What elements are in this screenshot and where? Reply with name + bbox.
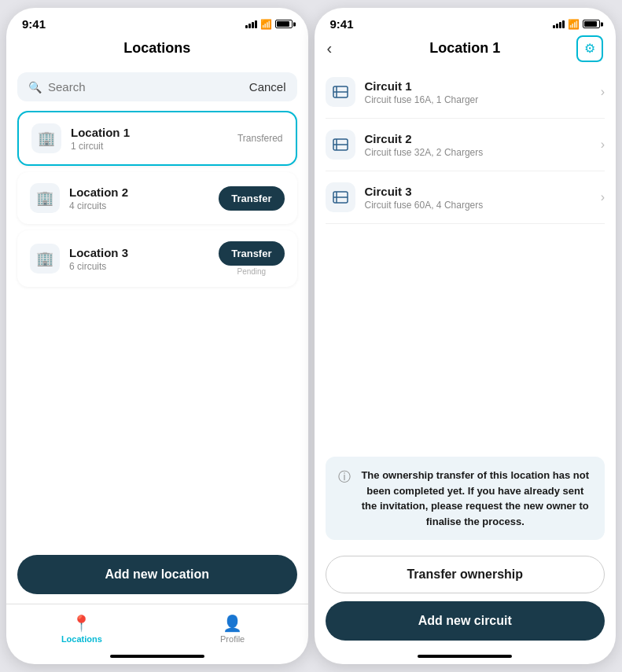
add-location-section: Add new location [6, 545, 308, 604]
circuit-sub-c1: Circuit fuse 16A, 1 Charger [365, 94, 591, 105]
page-title-right: Location 1 [429, 40, 500, 57]
circuit-sub-c2: Circuit fuse 32A, 2 Chargers [365, 147, 591, 158]
circuit-icon-c2 [326, 130, 355, 160]
status-icons-right: 📶 [553, 19, 600, 30]
gear-icon: ⚙ [584, 41, 595, 56]
locations-nav-label: Locations [61, 634, 102, 644]
chevron-icon-c2: › [601, 138, 605, 152]
locations-header: Locations [6, 34, 308, 66]
signal-icon-left [245, 20, 257, 28]
location-sub-loc2: 4 circuits [69, 200, 209, 211]
location-sub-loc1: 1 circuit [71, 141, 228, 152]
search-icon: 🔍 [28, 81, 42, 94]
search-input[interactable] [48, 80, 243, 94]
location-item-loc2[interactable]: 🏢 Location 2 4 circuits Transfer [17, 172, 297, 224]
nav-item-profile[interactable]: 👤 Profile [157, 611, 308, 647]
location-name-loc3: Location 3 [69, 246, 209, 259]
circuit-icon-c1 [326, 77, 355, 107]
nav-item-locations[interactable]: 📍 Locations [6, 611, 157, 647]
status-icons-left: 📶 [245, 19, 293, 30]
profile-nav-icon: 👤 [223, 614, 242, 633]
right-bottom-actions: Transfer ownership Add new circuit [315, 549, 616, 650]
cancel-button[interactable]: Cancel [249, 80, 286, 94]
location-name-loc2: Location 2 [69, 185, 209, 199]
bottom-nav-left: 📍 Locations 👤 Profile [6, 604, 308, 650]
ownership-notice: ⓘ The ownership transfer of this locatio… [326, 457, 605, 540]
location-icon-loc3: 🏢 [30, 244, 60, 274]
notice-text: The ownership transfer of this location … [359, 468, 593, 529]
circuit-item-c3[interactable]: Circuit 3 Circuit fuse 60A, 4 Chargers › [326, 171, 605, 224]
settings-button[interactable]: ⚙ [576, 35, 603, 62]
battery-icon-right [583, 20, 600, 28]
right-screen: 9:41 📶 ‹ Location 1 ⚙ [315, 8, 616, 664]
chevron-icon-c1: › [601, 85, 605, 99]
transfer-ownership-button[interactable]: Transfer ownership [326, 556, 605, 593]
transfer-button-loc2[interactable]: Transfer [219, 186, 284, 211]
pending-label-loc3: Pending [237, 267, 266, 276]
location-name-loc1: Location 1 [71, 126, 228, 139]
time-right: 9:41 [330, 17, 354, 31]
search-bar[interactable]: 🔍 Cancel [17, 72, 297, 101]
profile-nav-label: Profile [220, 634, 245, 644]
location-icon-loc2: 🏢 [30, 183, 60, 213]
status-bar-left: 9:41 📶 [6, 8, 308, 34]
circuit-name-c2: Circuit 2 [365, 132, 591, 145]
locations-nav-icon: 📍 [72, 614, 91, 633]
location-info-loc1: Location 1 1 circuit [71, 126, 228, 152]
circuit-info-c2: Circuit 2 Circuit fuse 32A, 2 Chargers [365, 132, 591, 158]
add-location-button[interactable]: Add new location [17, 555, 297, 594]
circuit-item-c2[interactable]: Circuit 2 Circuit fuse 32A, 2 Chargers › [326, 119, 605, 171]
circuit-icon-c3 [326, 182, 355, 212]
transfer-button-loc3[interactable]: Transfer [219, 241, 284, 266]
home-indicator-right [418, 655, 512, 658]
page-title-left: Locations [123, 40, 190, 57]
back-button[interactable]: ‹ [327, 39, 333, 57]
wifi-icon-right: 📶 [568, 19, 580, 30]
location-sub-loc3: 6 circuits [69, 261, 209, 272]
time-left: 9:41 [22, 17, 46, 31]
status-bar-right: 9:41 📶 [315, 8, 616, 34]
location-badge-loc1: Transfered [237, 133, 283, 144]
chevron-icon-c3: › [601, 190, 605, 204]
signal-icon-right [553, 20, 565, 28]
battery-icon-left [275, 20, 293, 28]
transfer-pending-loc3: Transfer Pending [219, 241, 284, 276]
home-indicator-left [110, 655, 204, 658]
circuit-sub-c3: Circuit fuse 60A, 4 Chargers [365, 200, 591, 211]
circuit-item-c1[interactable]: Circuit 1 Circuit fuse 16A, 1 Charger › [326, 66, 605, 119]
circuit-info-c3: Circuit 3 Circuit fuse 60A, 4 Chargers [365, 185, 591, 211]
location-info-loc3: Location 3 6 circuits [69, 246, 209, 272]
location-item-loc1[interactable]: 🏢 Location 1 1 circuit Transfered [17, 111, 297, 166]
left-screen: 9:41 📶 Locations 🔍 Cancel [6, 8, 308, 664]
circuit-name-c1: Circuit 1 [365, 79, 591, 93]
circuit-info-c1: Circuit 1 Circuit fuse 16A, 1 Charger [365, 79, 591, 105]
location-item-loc3[interactable]: 🏢 Location 3 6 circuits Transfer Pending [17, 230, 297, 287]
location1-header: ‹ Location 1 ⚙ [315, 34, 616, 66]
add-circuit-button[interactable]: Add new circuit [326, 601, 605, 641]
circuit-name-c3: Circuit 3 [365, 185, 591, 198]
circuit-list: Circuit 1 Circuit fuse 16A, 1 Charger › … [315, 66, 616, 447]
location-icon-loc1: 🏢 [31, 123, 61, 153]
wifi-icon-left: 📶 [260, 19, 272, 30]
info-icon: ⓘ [338, 469, 351, 486]
location-list: 🏢 Location 1 1 circuit Transfered 🏢 Loca… [6, 111, 308, 545]
location-info-loc2: Location 2 4 circuits [69, 185, 209, 211]
